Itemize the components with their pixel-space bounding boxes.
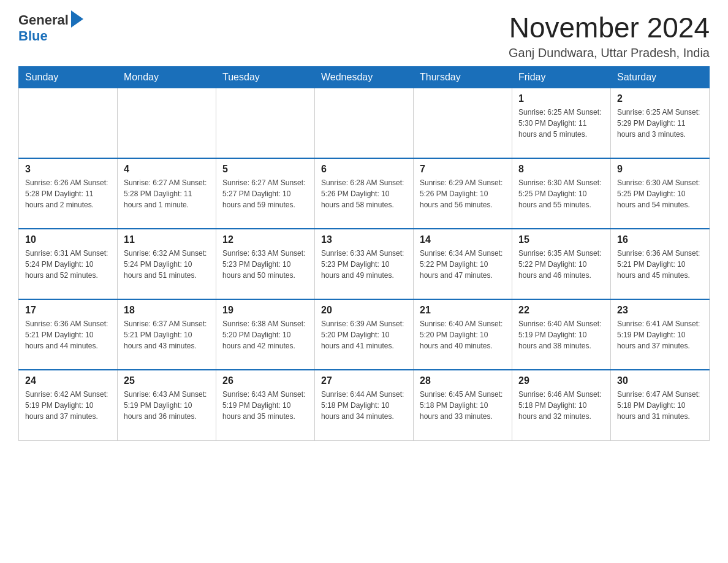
calendar-cell: 11Sunrise: 6:32 AM Sunset: 5:24 PM Dayli… [118,229,216,299]
calendar-cell [19,88,118,158]
day-info: Sunrise: 6:39 AM Sunset: 5:20 PM Dayligh… [321,318,407,351]
day-number: 11 [124,234,210,245]
day-number: 17 [25,305,111,316]
calendar-cell: 28Sunrise: 6:45 AM Sunset: 5:18 PM Dayli… [414,370,512,440]
day-info: Sunrise: 6:43 AM Sunset: 5:19 PM Dayligh… [124,389,210,422]
calendar-cell: 30Sunrise: 6:47 AM Sunset: 5:18 PM Dayli… [611,370,710,440]
day-number: 24 [25,375,111,386]
day-number: 4 [124,164,210,175]
title-section: November 2024 Ganj Dundwara, Uttar Prade… [509,12,710,60]
calendar-table: SundayMondayTuesdayWednesdayThursdayFrid… [18,66,710,441]
calendar-cell: 21Sunrise: 6:40 AM Sunset: 5:20 PM Dayli… [414,299,512,370]
weekday-header-thursday: Thursday [414,66,512,88]
day-info: Sunrise: 6:33 AM Sunset: 5:23 PM Dayligh… [222,248,308,281]
calendar-cell: 10Sunrise: 6:31 AM Sunset: 5:24 PM Dayli… [19,229,118,299]
calendar-cell: 6Sunrise: 6:28 AM Sunset: 5:26 PM Daylig… [315,158,414,229]
calendar-cell: 14Sunrise: 6:34 AM Sunset: 5:22 PM Dayli… [414,229,512,299]
day-info: Sunrise: 6:40 AM Sunset: 5:19 PM Dayligh… [518,318,604,351]
day-number: 6 [321,164,407,175]
calendar-cell: 25Sunrise: 6:43 AM Sunset: 5:19 PM Dayli… [118,370,216,440]
day-info: Sunrise: 6:36 AM Sunset: 5:21 PM Dayligh… [25,318,111,351]
day-info: Sunrise: 6:43 AM Sunset: 5:19 PM Dayligh… [222,389,308,422]
day-number: 1 [518,93,604,104]
day-info: Sunrise: 6:29 AM Sunset: 5:26 PM Dayligh… [420,177,506,210]
page-header: General Blue November 2024 Ganj Dundwara… [18,12,710,60]
calendar-cell: 16Sunrise: 6:36 AM Sunset: 5:21 PM Dayli… [611,229,710,299]
day-info: Sunrise: 6:32 AM Sunset: 5:24 PM Dayligh… [124,248,210,281]
day-info: Sunrise: 6:40 AM Sunset: 5:20 PM Dayligh… [420,318,506,351]
day-info: Sunrise: 6:26 AM Sunset: 5:28 PM Dayligh… [25,177,111,210]
calendar-cell: 8Sunrise: 6:30 AM Sunset: 5:25 PM Daylig… [512,158,611,229]
day-number: 20 [321,305,407,316]
day-info: Sunrise: 6:31 AM Sunset: 5:24 PM Dayligh… [25,248,111,281]
day-info: Sunrise: 6:41 AM Sunset: 5:19 PM Dayligh… [617,318,703,351]
day-number: 28 [420,375,506,386]
day-info: Sunrise: 6:44 AM Sunset: 5:18 PM Dayligh… [321,389,407,422]
weekday-header-tuesday: Tuesday [216,66,315,88]
calendar-cell: 1Sunrise: 6:25 AM Sunset: 5:30 PM Daylig… [512,88,611,158]
calendar-cell: 19Sunrise: 6:38 AM Sunset: 5:20 PM Dayli… [216,299,315,370]
day-info: Sunrise: 6:35 AM Sunset: 5:22 PM Dayligh… [518,248,604,281]
calendar-cell: 29Sunrise: 6:46 AM Sunset: 5:18 PM Dayli… [512,370,611,440]
weekday-header-monday: Monday [118,66,216,88]
day-number: 18 [124,305,210,316]
logo-arrow-icon [71,10,83,28]
day-info: Sunrise: 6:38 AM Sunset: 5:20 PM Dayligh… [222,318,308,351]
day-number: 29 [518,375,604,386]
day-info: Sunrise: 6:45 AM Sunset: 5:18 PM Dayligh… [420,389,506,422]
calendar-cell: 4Sunrise: 6:27 AM Sunset: 5:28 PM Daylig… [118,158,216,229]
day-number: 13 [321,234,407,245]
day-number: 19 [222,305,308,316]
day-info: Sunrise: 6:33 AM Sunset: 5:23 PM Dayligh… [321,248,407,281]
calendar-cell: 5Sunrise: 6:27 AM Sunset: 5:27 PM Daylig… [216,158,315,229]
calendar-cell: 26Sunrise: 6:43 AM Sunset: 5:19 PM Dayli… [216,370,315,440]
day-info: Sunrise: 6:37 AM Sunset: 5:21 PM Dayligh… [124,318,210,351]
calendar-cell [118,88,216,158]
day-info: Sunrise: 6:27 AM Sunset: 5:27 PM Dayligh… [222,177,308,210]
weekday-header-row: SundayMondayTuesdayWednesdayThursdayFrid… [19,66,710,88]
day-number: 14 [420,234,506,245]
calendar-cell: 15Sunrise: 6:35 AM Sunset: 5:22 PM Dayli… [512,229,611,299]
day-number: 2 [617,93,703,104]
calendar-title: November 2024 [509,12,710,44]
calendar-cell: 18Sunrise: 6:37 AM Sunset: 5:21 PM Dayli… [118,299,216,370]
day-info: Sunrise: 6:34 AM Sunset: 5:22 PM Dayligh… [420,248,506,281]
day-number: 9 [617,164,703,175]
weekday-header-sunday: Sunday [19,66,118,88]
day-number: 21 [420,305,506,316]
day-number: 3 [25,164,111,175]
week-row-3: 10Sunrise: 6:31 AM Sunset: 5:24 PM Dayli… [19,229,710,299]
logo-general: General [18,12,69,28]
week-row-4: 17Sunrise: 6:36 AM Sunset: 5:21 PM Dayli… [19,299,710,370]
weekday-header-saturday: Saturday [611,66,710,88]
day-info: Sunrise: 6:25 AM Sunset: 5:29 PM Dayligh… [617,107,703,140]
calendar-cell: 12Sunrise: 6:33 AM Sunset: 5:23 PM Dayli… [216,229,315,299]
calendar-cell: 27Sunrise: 6:44 AM Sunset: 5:18 PM Dayli… [315,370,414,440]
calendar-subtitle: Ganj Dundwara, Uttar Pradesh, India [509,46,710,60]
week-row-2: 3Sunrise: 6:26 AM Sunset: 5:28 PM Daylig… [19,158,710,229]
day-number: 16 [617,234,703,245]
calendar-cell: 23Sunrise: 6:41 AM Sunset: 5:19 PM Dayli… [611,299,710,370]
day-info: Sunrise: 6:25 AM Sunset: 5:30 PM Dayligh… [518,107,604,140]
day-number: 15 [518,234,604,245]
day-info: Sunrise: 6:28 AM Sunset: 5:26 PM Dayligh… [321,177,407,210]
day-number: 5 [222,164,308,175]
day-info: Sunrise: 6:46 AM Sunset: 5:18 PM Dayligh… [518,389,604,422]
calendar-cell [315,88,414,158]
day-number: 7 [420,164,506,175]
day-number: 10 [25,234,111,245]
weekday-header-friday: Friday [512,66,611,88]
calendar-cell [414,88,512,158]
day-number: 25 [124,375,210,386]
calendar-cell: 17Sunrise: 6:36 AM Sunset: 5:21 PM Dayli… [19,299,118,370]
day-info: Sunrise: 6:30 AM Sunset: 5:25 PM Dayligh… [518,177,604,210]
calendar-cell: 13Sunrise: 6:33 AM Sunset: 5:23 PM Dayli… [315,229,414,299]
calendar-cell: 9Sunrise: 6:30 AM Sunset: 5:25 PM Daylig… [611,158,710,229]
day-info: Sunrise: 6:47 AM Sunset: 5:18 PM Dayligh… [617,389,703,422]
calendar-cell: 2Sunrise: 6:25 AM Sunset: 5:29 PM Daylig… [611,88,710,158]
day-number: 26 [222,375,308,386]
weekday-header-wednesday: Wednesday [315,66,414,88]
calendar-cell: 20Sunrise: 6:39 AM Sunset: 5:20 PM Dayli… [315,299,414,370]
calendar-cell [216,88,315,158]
week-row-1: 1Sunrise: 6:25 AM Sunset: 5:30 PM Daylig… [19,88,710,158]
